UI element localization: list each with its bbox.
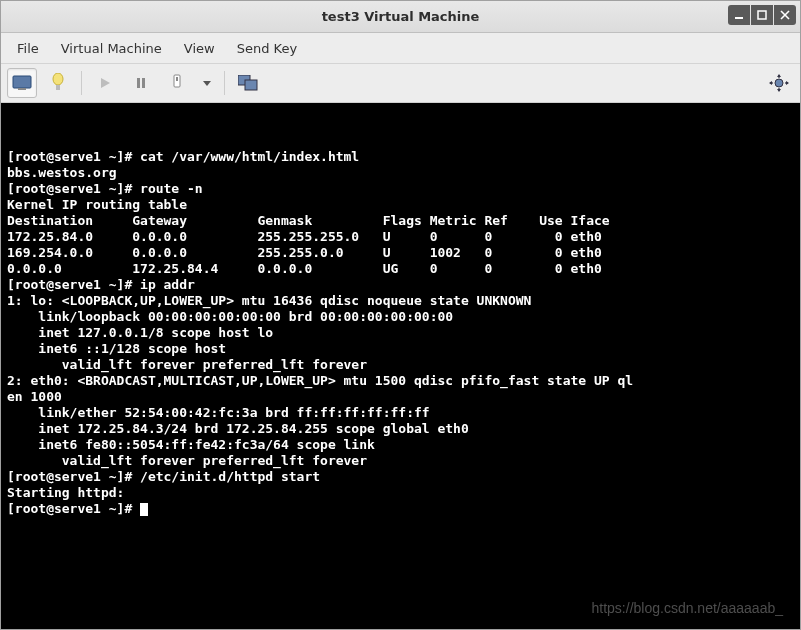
menu-view[interactable]: View — [174, 37, 225, 60]
svg-rect-12 — [176, 77, 178, 81]
svg-rect-4 — [13, 76, 31, 88]
svg-point-16 — [775, 79, 783, 87]
maximize-button[interactable] — [751, 5, 773, 25]
svg-rect-10 — [142, 78, 145, 88]
window-controls — [728, 5, 796, 25]
minimize-button[interactable] — [728, 5, 750, 25]
shutdown-button[interactable] — [162, 68, 192, 98]
svg-point-6 — [53, 73, 63, 85]
window-title: test3 Virtual Machine — [322, 9, 480, 24]
menubar: File Virtual Machine View Send Key — [1, 33, 800, 63]
svg-marker-22 — [777, 89, 781, 92]
svg-rect-7 — [56, 85, 60, 90]
svg-marker-13 — [203, 81, 211, 86]
fullscreen-button[interactable] — [233, 68, 263, 98]
toolbar-separator — [81, 71, 82, 95]
send-key-button[interactable] — [764, 68, 794, 98]
svg-marker-8 — [101, 78, 110, 88]
toolbar — [1, 63, 800, 103]
svg-rect-9 — [137, 78, 140, 88]
svg-marker-23 — [769, 81, 772, 85]
menu-send-key[interactable]: Send Key — [227, 37, 307, 60]
pause-button[interactable] — [126, 68, 156, 98]
menu-file[interactable]: File — [7, 37, 49, 60]
toolbar-separator-2 — [224, 71, 225, 95]
svg-rect-5 — [18, 88, 26, 90]
details-button[interactable] — [43, 68, 73, 98]
svg-marker-24 — [786, 81, 789, 85]
run-button[interactable] — [90, 68, 120, 98]
close-button[interactable] — [774, 5, 796, 25]
vm-window: test3 Virtual Machine File Virtual Machi… — [0, 0, 801, 630]
terminal-output[interactable]: [root@serve1 ~]# cat /var/www/html/index… — [1, 103, 800, 629]
svg-marker-21 — [777, 74, 781, 77]
svg-rect-0 — [735, 17, 743, 19]
svg-rect-15 — [245, 80, 257, 90]
menu-virtual-machine[interactable]: Virtual Machine — [51, 37, 172, 60]
shutdown-menu-button[interactable] — [198, 68, 216, 98]
svg-rect-1 — [758, 11, 766, 19]
titlebar: test3 Virtual Machine — [1, 1, 800, 33]
terminal-cursor — [140, 503, 148, 516]
console-button[interactable] — [7, 68, 37, 98]
